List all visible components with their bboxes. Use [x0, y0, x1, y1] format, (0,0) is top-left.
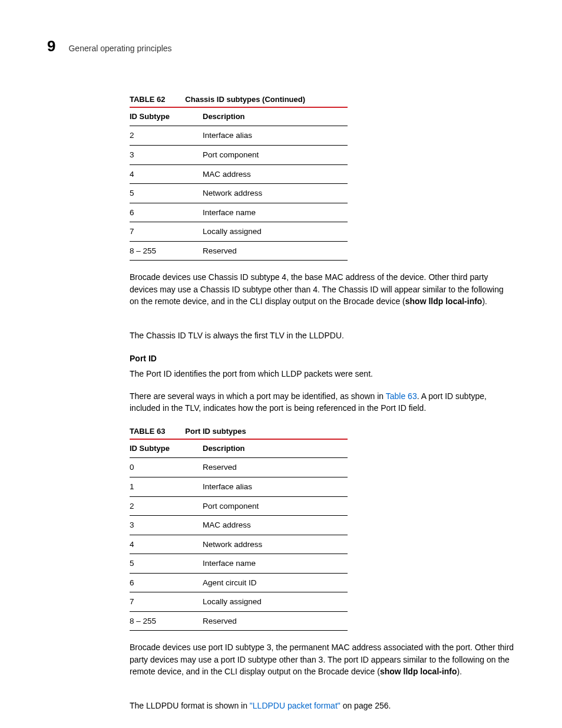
table-row: 2Port component	[130, 496, 348, 516]
table-row: 5Network address	[130, 184, 348, 203]
cli-command: show lldp local-info	[380, 667, 457, 676]
table63: ID Subtype Description 0Reserved1Interfa…	[130, 439, 348, 631]
table-row: 8 – 255Reserved	[130, 241, 348, 261]
paragraph-portid-intro: The Port ID identifies the port from whi…	[130, 368, 515, 380]
cell-id-subtype: 8 – 255	[130, 241, 203, 261]
text: There are several ways in which a port m…	[130, 391, 386, 401]
table-row: 7Locally assigned	[130, 222, 348, 242]
cell-description: Interface name	[203, 554, 348, 574]
table-row: 7Locally assigned	[130, 592, 348, 612]
cell-description: Locally assigned	[203, 222, 348, 242]
cell-description: Reserved	[203, 241, 348, 261]
table62-title: TABLE 62 Chassis ID subtypes (Continued)	[130, 93, 515, 106]
table62-head-c1: ID Subtype	[130, 107, 203, 126]
cell-id-subtype: 0	[130, 458, 203, 477]
cell-description: Agent circuit ID	[203, 573, 348, 592]
cell-description: Reserved	[203, 458, 348, 477]
paragraph-portid-desc: Brocade devices use port ID subtype 3, t…	[130, 641, 515, 677]
text: on page 256.	[340, 701, 391, 710]
table-row: 2Interface alias	[130, 126, 348, 146]
cell-id-subtype: 5	[130, 184, 203, 203]
table-row: 3MAC address	[130, 516, 348, 535]
cell-description: Network address	[203, 184, 348, 203]
paragraph-chassis-desc: Brocade devices use Chassis ID subtype 4…	[130, 271, 515, 307]
content-area: TABLE 62 Chassis ID subtypes (Continued)…	[130, 93, 515, 712]
paragraph-lldpdu-format: The LLDPDU format is shown in "LLDPDU pa…	[130, 700, 515, 711]
table62-label: TABLE 62	[130, 95, 165, 104]
text: ).	[457, 667, 462, 676]
cell-description: Network address	[203, 535, 348, 554]
cell-id-subtype: 4	[130, 535, 203, 554]
cell-id-subtype: 2	[130, 126, 203, 146]
xref-lldpdu-format[interactable]: "LLDPDU packet format"	[250, 701, 340, 710]
cell-id-subtype: 6	[130, 573, 203, 592]
table62-head-c2: Description	[203, 107, 348, 126]
table-row: 6Interface name	[130, 203, 348, 222]
cell-description: Interface alias	[203, 477, 348, 496]
cell-id-subtype: 1	[130, 477, 203, 496]
chapter-number: 9	[47, 35, 55, 58]
cell-description: MAC address	[203, 516, 348, 535]
text: ).	[482, 297, 487, 306]
section-title: General operating principles	[68, 42, 171, 54]
cell-id-subtype: 4	[130, 164, 203, 184]
xref-table63[interactable]: Table 63	[386, 391, 417, 401]
cell-id-subtype: 7	[130, 222, 203, 242]
table-row: 5Interface name	[130, 554, 348, 574]
portid-heading: Port ID	[130, 353, 515, 364]
paragraph-chassis-tlv: The Chassis ID TLV is always the first T…	[130, 330, 515, 341]
table-row: 6Agent circuit ID	[130, 573, 348, 592]
table-row: 1Interface alias	[130, 477, 348, 496]
table63-head-c2: Description	[203, 439, 348, 458]
table63-title: TABLE 63 Port ID subtypes	[130, 425, 515, 437]
table63-head-c1: ID Subtype	[130, 439, 203, 458]
table-row: 3Port component	[130, 145, 348, 164]
table62: ID Subtype Description 2Interface alias3…	[130, 107, 348, 261]
cell-description: MAC address	[203, 164, 348, 184]
table-row: 4Network address	[130, 535, 348, 554]
cell-id-subtype: 3	[130, 516, 203, 535]
cell-id-subtype: 2	[130, 496, 203, 516]
cell-description: Interface name	[203, 203, 348, 222]
cli-command: show lldp local-info	[405, 297, 482, 306]
cell-description: Reserved	[203, 611, 348, 631]
cell-description: Port component	[203, 496, 348, 516]
cell-id-subtype: 7	[130, 592, 203, 612]
table-row: 8 – 255Reserved	[130, 611, 348, 631]
cell-description: Locally assigned	[203, 592, 348, 612]
table63-caption: Port ID subtypes	[185, 427, 246, 436]
cell-id-subtype: 3	[130, 145, 203, 164]
cell-id-subtype: 8 – 255	[130, 611, 203, 631]
text: The LLDPDU format is shown in	[130, 701, 250, 710]
table63-label: TABLE 63	[130, 427, 165, 436]
table62-caption: Chassis ID subtypes (Continued)	[185, 95, 305, 104]
table-row: 4MAC address	[130, 164, 348, 184]
page-header: 9 General operating principles	[47, 35, 521, 58]
paragraph-portid-ways: There are several ways in which a port m…	[130, 390, 515, 414]
table-row: 0Reserved	[130, 458, 348, 477]
cell-description: Port component	[203, 145, 348, 164]
cell-id-subtype: 6	[130, 203, 203, 222]
cell-id-subtype: 5	[130, 554, 203, 574]
cell-description: Interface alias	[203, 126, 348, 146]
